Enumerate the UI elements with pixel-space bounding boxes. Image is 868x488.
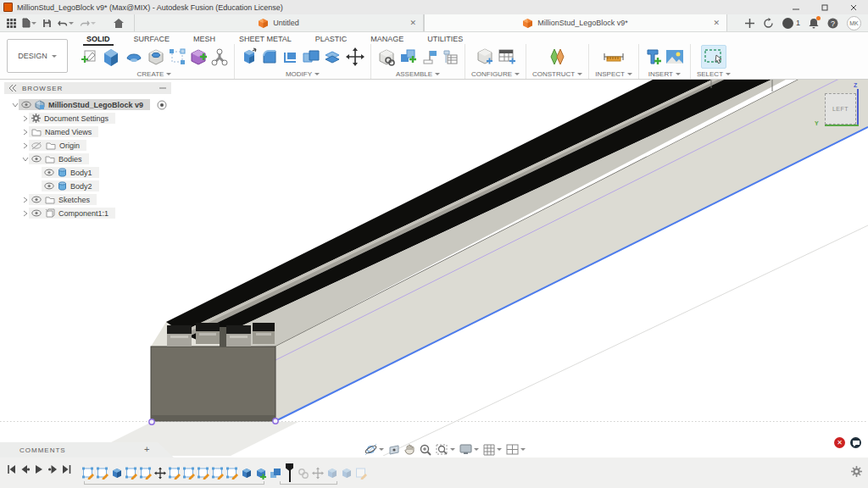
minimize-button[interactable]	[782, 0, 810, 14]
group-dropdown-insert[interactable]: INSERT	[648, 70, 681, 78]
timeline-playhead[interactable]	[286, 463, 293, 482]
assistant-badge[interactable]	[850, 437, 861, 448]
create-form-icon[interactable]	[189, 47, 208, 66]
eye-icon[interactable]	[31, 155, 42, 163]
model-viewport[interactable]: BROWSER MillionStud_LegoBlock v9 Documen…	[0, 80, 868, 456]
timeline-feature-link-suppressed[interactable]	[298, 467, 309, 480]
create-sketch-icon[interactable]	[81, 48, 97, 65]
save-icon[interactable]	[41, 17, 53, 30]
maximize-button[interactable]	[810, 0, 839, 14]
timeline-feature-sketch[interactable]	[82, 467, 94, 480]
orbit-icon[interactable]	[364, 443, 384, 456]
new-component-icon[interactable]	[377, 47, 396, 66]
caret-right-icon[interactable]	[21, 115, 29, 122]
caret-right-icon[interactable]	[21, 129, 29, 136]
measure-icon[interactable]	[603, 50, 625, 64]
caret-right-icon[interactable]	[21, 210, 29, 217]
extrude-icon[interactable]	[101, 47, 121, 67]
grid-snap-icon[interactable]	[483, 444, 502, 456]
pan-icon[interactable]	[404, 444, 415, 456]
job-status-icon[interactable]	[763, 18, 774, 29]
undo-icon[interactable]	[56, 18, 75, 29]
eye-icon[interactable]	[21, 101, 31, 108]
joint-icon[interactable]	[399, 47, 418, 66]
caret-down-icon[interactable]	[21, 156, 29, 163]
timeline-feature-extrude-suppressed[interactable]	[326, 467, 338, 480]
timeline-feature-extrude-suppressed[interactable]	[341, 467, 353, 480]
combine-icon[interactable]	[302, 48, 320, 65]
play-icon[interactable]	[35, 465, 43, 474]
close-tab-icon[interactable]: ✕	[713, 19, 720, 27]
collapse-panel-icon[interactable]	[9, 85, 17, 92]
eye-off-icon[interactable]	[31, 141, 42, 150]
sketch-point[interactable]	[273, 419, 278, 424]
close-tab-icon[interactable]: ✕	[409, 19, 416, 27]
display-settings-icon[interactable]	[459, 444, 479, 455]
browser-item-bodies[interactable]: Bodies	[4, 153, 171, 164]
block-front-face[interactable]	[151, 347, 275, 421]
group-dropdown-select[interactable]: SELECT	[697, 70, 731, 78]
file-menu-icon[interactable]	[20, 16, 38, 30]
browser-item-sketches[interactable]: Sketches	[4, 194, 171, 205]
activate-component-radio[interactable]	[157, 100, 167, 110]
insert-canvas-icon[interactable]	[665, 49, 684, 64]
group-dropdown-configure[interactable]: CONFIGURE	[471, 70, 520, 78]
presence-indicator[interactable]: 1	[782, 18, 800, 29]
timeline-feature-sketch[interactable]	[226, 467, 238, 480]
eye-icon[interactable]	[44, 182, 54, 190]
document-tab-untitled[interactable]: Untitled ✕	[134, 14, 424, 31]
minimize-panel-icon[interactable]	[159, 85, 166, 92]
timeline-feature-sketch-suppressed[interactable]	[355, 467, 367, 480]
configuration-table-icon[interactable]	[498, 48, 516, 65]
caret-right-icon[interactable]	[21, 142, 29, 149]
new-tab-button[interactable]	[745, 19, 754, 28]
group-dropdown-assemble[interactable]: ASSEMBLE	[396, 70, 440, 78]
hole-icon[interactable]	[147, 47, 165, 66]
timeline-feature-move[interactable]	[154, 467, 166, 480]
construct-plane-icon[interactable]	[548, 47, 568, 66]
notification-bell-icon[interactable]	[809, 18, 819, 29]
help-icon[interactable]: ?	[827, 18, 838, 29]
joint-origin-icon[interactable]	[421, 48, 438, 65]
bom-table-icon[interactable]	[442, 48, 459, 65]
browser-item-origin[interactable]: Origin	[4, 140, 171, 151]
revolve-icon[interactable]	[125, 48, 143, 65]
timeline-settings-gear-icon[interactable]	[851, 466, 862, 477]
timeline-feature-sketch[interactable]	[125, 467, 137, 480]
eye-icon[interactable]	[31, 209, 42, 217]
redo-icon[interactable]	[78, 18, 97, 29]
browser-item-document-settings[interactable]: Document Settings	[4, 113, 171, 124]
zoom-icon[interactable]	[420, 444, 431, 456]
go-to-start-icon[interactable]	[7, 465, 15, 474]
viewports-icon[interactable]	[506, 444, 526, 455]
timeline-feature-extrude[interactable]	[111, 467, 123, 480]
user-avatar[interactable]: MK	[847, 16, 861, 30]
timeline-feature-sketch[interactable]	[212, 467, 224, 480]
select-tool-icon[interactable]	[701, 45, 726, 69]
sketch-dimension-icon[interactable]	[169, 48, 186, 65]
eye-icon[interactable]	[31, 196, 42, 203]
browser-item-root[interactable]: MillionStud_LegoBlock v9	[4, 99, 171, 110]
timeline-feature-sketch[interactable]	[198, 467, 209, 480]
step-back-icon[interactable]	[20, 465, 30, 474]
offset-face-icon[interactable]	[324, 48, 342, 65]
group-dropdown-inspect[interactable]: INSPECT	[595, 70, 632, 78]
close-window-button[interactable]	[839, 0, 868, 14]
view-cube-left-face[interactable]: LEFT	[825, 93, 856, 125]
configure-icon[interactable]	[476, 47, 494, 66]
browser-item-component1[interactable]: Component1:1	[4, 208, 171, 219]
document-tab-active[interactable]: MillionStud_LegoBlock v9* ✕	[424, 14, 727, 31]
group-dropdown-create[interactable]: CREATE	[137, 70, 172, 78]
workspace-switcher-design[interactable]: DESIGN	[7, 39, 68, 73]
look-at-icon[interactable]	[388, 445, 400, 455]
insert-derive-icon[interactable]	[645, 47, 662, 66]
fillet-icon[interactable]	[261, 48, 278, 65]
shell-icon[interactable]	[281, 48, 298, 65]
app-grid-icon[interactable]	[5, 17, 18, 30]
home-icon[interactable]	[112, 17, 125, 30]
caret-down-icon[interactable]	[11, 102, 19, 108]
browser-item-body1[interactable]: Body1	[4, 167, 171, 178]
timeline-feature-sketch[interactable]	[97, 467, 108, 480]
timeline-feature-combine[interactable]	[270, 467, 281, 480]
timeline-feature-extrude[interactable]	[241, 467, 253, 480]
